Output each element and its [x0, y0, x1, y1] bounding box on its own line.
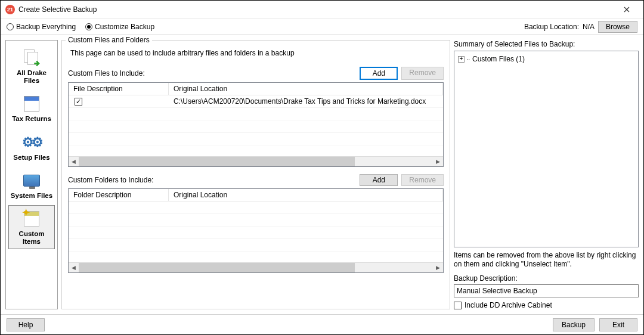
radio-label: Backup Everything — [16, 23, 76, 31]
folders-hscrollbar[interactable]: ◀ ▶ — [69, 262, 443, 272]
summary-label: Summary of Selected Files to Backup: — [454, 40, 639, 48]
sidebar-item-label: All Drake Files — [10, 69, 53, 85]
folders-table-header: Folder Description Original Location — [69, 189, 443, 201]
include-dd-row[interactable]: Include DD Archive Cabinet — [454, 301, 639, 309]
files-label: Custom Files to Include: — [68, 69, 360, 77]
folders-table: Folder Description Original Location ◀ ▶ — [68, 188, 444, 273]
scroll-left-icon[interactable]: ◀ — [69, 157, 79, 167]
add-file-button[interactable]: Add — [360, 67, 398, 80]
options-row: Backup Everything Customize Backup Backu… — [1, 18, 643, 35]
backup-location-label: Backup Location: — [524, 23, 579, 31]
monitor-icon — [22, 171, 41, 190]
scroll-left-icon[interactable]: ◀ — [69, 263, 79, 273]
table-row — [69, 227, 443, 239]
col-original-location[interactable]: Original Location — [169, 83, 443, 95]
file-checkbox[interactable] — [75, 98, 82, 106]
table-row — [69, 239, 443, 252]
custom-files-fieldset: Custom Files and Folders This page can b… — [61, 40, 450, 309]
backup-location-value: N/A — [583, 23, 595, 31]
window: 21 Create Selective Backup Backup Everyt… — [0, 0, 644, 335]
scroll-right-icon[interactable]: ▶ — [433, 263, 443, 273]
col-original-location-folders[interactable]: Original Location — [169, 189, 443, 201]
backup-button[interactable]: Backup — [553, 318, 595, 331]
fieldset-legend: Custom Files and Folders — [66, 36, 152, 44]
close-button[interactable] — [615, 1, 639, 18]
sidebar-item-tax-returns[interactable]: Tax Returns — [8, 90, 55, 126]
summary-tree[interactable]: + ·· Custom Files (1) — [454, 51, 639, 247]
remove-folder-button[interactable]: Remove — [401, 174, 444, 186]
unselect-hint: Items can be removed from the above list… — [454, 251, 639, 269]
scroll-thumb[interactable] — [79, 157, 355, 166]
sidebar-item-system-files[interactable]: System Files — [8, 167, 55, 203]
table-row[interactable]: C:\Users\ACM200720\Documents\Drake Tax T… — [69, 95, 443, 108]
table-row — [69, 108, 443, 120]
notepad-icon — [22, 94, 41, 113]
browse-button[interactable]: Browse — [598, 21, 637, 33]
right-panel: Summary of Selected Files to Backup: + ·… — [454, 40, 639, 309]
backup-location: Backup Location: N/A Browse — [524, 21, 637, 33]
sidebar-item-setup-files[interactable]: ⚙⚙ Setup Files — [8, 129, 55, 165]
folders-label: Custom Folders to Include: — [68, 176, 360, 184]
sidebar-item-custom-items[interactable]: ✦ Custom Items — [8, 205, 55, 249]
files-hscrollbar[interactable]: ◀ ▶ — [69, 156, 443, 166]
sidebar-item-label: System Files — [11, 192, 52, 200]
tree-expand-icon[interactable]: + — [458, 56, 465, 63]
scroll-thumb[interactable] — [79, 263, 355, 272]
col-folder-description[interactable]: Folder Description — [69, 189, 169, 201]
radio-backup-everything[interactable]: Backup Everything — [7, 23, 76, 31]
remove-file-button[interactable]: Remove — [401, 67, 444, 80]
tree-node-custom-files[interactable]: + ·· Custom Files (1) — [458, 55, 634, 63]
add-folder-button[interactable]: Add — [360, 174, 398, 186]
sidebar-item-all-drake-files[interactable]: All Drake Files — [8, 44, 55, 88]
table-row — [69, 201, 443, 214]
table-row — [69, 133, 443, 145]
tree-dots-icon: ·· — [467, 56, 470, 62]
docs-icon — [22, 48, 41, 67]
file-check-cell — [69, 97, 169, 107]
include-dd-checkbox[interactable] — [454, 302, 462, 309]
col-file-description[interactable]: File Description — [69, 83, 169, 95]
help-button[interactable]: Help — [7, 318, 45, 331]
radio-icon — [7, 23, 14, 30]
include-dd-label: Include DD Archive Cabinet — [465, 301, 552, 309]
custom-items-icon: ✦ — [22, 209, 41, 228]
files-table: File Description Original Location C:\Us… — [68, 82, 444, 167]
center-panel: Custom Files and Folders This page can b… — [61, 40, 450, 309]
intro-text: This page can be used to include arbitra… — [70, 49, 444, 57]
table-row — [69, 120, 443, 133]
sidebar-item-label: Custom Items — [10, 230, 53, 246]
exit-button[interactable]: Exit — [599, 318, 637, 331]
gears-icon: ⚙⚙ — [22, 133, 41, 152]
radio-icon-selected — [85, 23, 92, 30]
radio-customize-backup[interactable]: Customize Backup — [85, 23, 154, 31]
sidebar-item-label: Setup Files — [13, 154, 49, 162]
backup-description-input[interactable] — [454, 284, 639, 297]
scroll-right-icon[interactable]: ▶ — [433, 157, 443, 167]
body: All Drake Files Tax Returns ⚙⚙ Setup Fil… — [1, 35, 643, 314]
sidebar: All Drake Files Tax Returns ⚙⚙ Setup Fil… — [5, 40, 58, 309]
file-location: C:\Users\ACM200720\Documents\Drake Tax T… — [169, 96, 443, 107]
close-icon — [624, 7, 630, 13]
app-icon: 21 — [5, 5, 15, 14]
radio-label: Customize Backup — [95, 23, 154, 31]
sidebar-item-label: Tax Returns — [12, 115, 51, 123]
footer: Help Backup Exit — [1, 314, 643, 334]
backup-description-label: Backup Description: — [454, 274, 639, 283]
tree-node-label: Custom Files (1) — [472, 55, 525, 63]
files-table-header: File Description Original Location — [69, 83, 443, 95]
table-row — [69, 214, 443, 227]
titlebar: 21 Create Selective Backup — [1, 1, 643, 18]
window-title: Create Selective Backup — [18, 5, 615, 14]
